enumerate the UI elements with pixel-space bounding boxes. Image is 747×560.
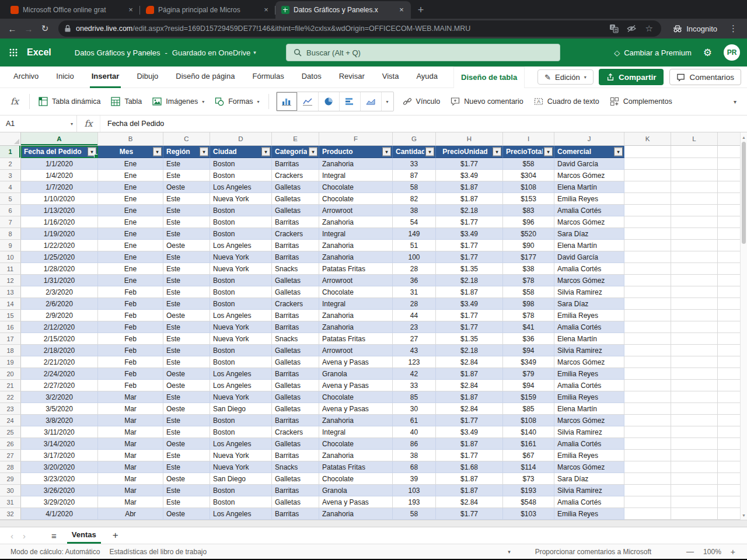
ribbon-tab-6[interactable]: Datos — [300, 66, 323, 88]
scroll-down-icon[interactable]: ▼ — [741, 512, 747, 519]
cell-E27[interactable]: Barritas — [272, 450, 319, 461]
cell-J13[interactable]: Silvia Ramirez — [554, 286, 624, 298]
cell-I10[interactable]: $177 — [503, 251, 554, 263]
cell-K25[interactable] — [624, 426, 671, 438]
cell-A19[interactable]: 2/21/2020 — [21, 356, 98, 368]
cell-H9[interactable]: $1.77 — [436, 240, 503, 251]
table-header-cell-F1[interactable]: Producto▾ — [319, 146, 393, 158]
cell-I2[interactable]: $58 — [503, 158, 554, 170]
cell-J7[interactable]: Marcos Gómez — [554, 216, 624, 228]
cell-F12[interactable]: Arrowroot — [319, 275, 393, 286]
sheet-nav-right-icon[interactable]: › — [18, 531, 30, 541]
cell-J14[interactable]: Sara Díaz — [554, 298, 624, 310]
more-charts-dropdown[interactable]: ▾ — [382, 92, 393, 111]
cell-B28[interactable]: Mar — [98, 461, 163, 473]
cell-I31[interactable]: $548 — [503, 496, 554, 508]
column-chart-button[interactable] — [277, 92, 298, 111]
cell-B29[interactable]: Mar — [98, 473, 163, 485]
cell-D21[interactable]: Los Angeles — [210, 380, 272, 391]
table-header-cell-B1[interactable]: Mes▾ — [98, 146, 163, 158]
cell-G13[interactable]: 31 — [393, 286, 436, 298]
row-header-10[interactable]: 10 — [0, 251, 21, 263]
row-header-28[interactable]: 28 — [0, 461, 21, 473]
cell-A23[interactable]: 3/5/2020 — [21, 403, 98, 415]
cell-K5[interactable] — [624, 193, 671, 205]
cell-E13[interactable]: Galletas — [272, 286, 319, 298]
cell-B16[interactable]: Feb — [98, 321, 163, 333]
forward-icon[interactable]: → — [21, 21, 36, 36]
table-header-cell-I1[interactable]: PrecioTotal▾ — [503, 146, 554, 158]
cell-F3[interactable]: Integral — [319, 170, 393, 181]
vertical-scrollbar[interactable]: ▲ ▼ — [740, 132, 747, 520]
cell-G19[interactable]: 123 — [393, 356, 436, 368]
cell-K15[interactable] — [624, 310, 671, 321]
cell-F10[interactable]: Zanahoria — [319, 251, 393, 263]
cell-J6[interactable]: Amalia Cortés — [554, 205, 624, 216]
cell-D16[interactable]: Nueva York — [210, 321, 272, 333]
row-header-24[interactable]: 24 — [0, 415, 21, 426]
cell-H29[interactable]: $1.87 — [436, 473, 503, 485]
cell-K19[interactable] — [624, 356, 671, 368]
cell-C24[interactable]: Este — [163, 415, 210, 426]
app-launcher-waffle-icon[interactable] — [0, 38, 27, 66]
cell-D12[interactable]: Boston — [210, 275, 272, 286]
statusbar-expand-icon[interactable]: ▾ — [504, 549, 514, 555]
cell-E20[interactable]: Barritas — [272, 368, 319, 380]
cell-D29[interactable]: San Diego — [210, 473, 272, 485]
cell-E28[interactable]: Snacks — [272, 461, 319, 473]
row-header-15[interactable]: 15 — [0, 310, 21, 321]
preview-hidden-eye-icon[interactable] — [625, 22, 638, 35]
table-header-cell-A1[interactable]: Fecha del Pedido▾ — [21, 146, 98, 158]
cell-F17[interactable]: Patatas Fritas — [319, 333, 393, 345]
sheet-list-menu-icon[interactable]: ≡ — [47, 531, 61, 541]
row-header-29[interactable]: 29 — [0, 473, 21, 485]
cell-L26[interactable] — [671, 438, 718, 450]
cell-K27[interactable] — [624, 450, 671, 461]
upgrade-premium-button[interactable]: ◇ Cambiar a Premium — [614, 48, 692, 57]
cell-K12[interactable] — [624, 275, 671, 286]
row-header-20[interactable]: 20 — [0, 368, 21, 380]
cell-H24[interactable]: $1.77 — [436, 415, 503, 426]
document-title[interactable]: Datos Gráficos y Paneles — [75, 48, 160, 57]
zoom-level[interactable]: 100% — [700, 548, 725, 556]
cell-L8[interactable] — [671, 228, 718, 240]
cell-F22[interactable]: Chocolate — [319, 391, 393, 403]
cell-L23[interactable] — [671, 403, 718, 415]
cell-K20[interactable] — [624, 368, 671, 380]
cell-H12[interactable]: $2.18 — [436, 275, 503, 286]
cell-I27[interactable]: $67 — [503, 450, 554, 461]
row-header-7[interactable]: 7 — [0, 216, 21, 228]
cell-F13[interactable]: Chocolate — [319, 286, 393, 298]
cell-F30[interactable]: Granola — [319, 485, 393, 496]
row-header-19[interactable]: 19 — [0, 356, 21, 368]
cell-H20[interactable]: $1.87 — [436, 368, 503, 380]
row-header-3[interactable]: 3 — [0, 170, 21, 181]
cell-H21[interactable]: $2.84 — [436, 380, 503, 391]
cell-L7[interactable] — [671, 216, 718, 228]
cell-I21[interactable]: $94 — [503, 380, 554, 391]
cell-J31[interactable]: Amalia Cortés — [554, 496, 624, 508]
cell-G21[interactable]: 33 — [393, 380, 436, 391]
cell-A16[interactable]: 2/12/2020 — [21, 321, 98, 333]
cell-B19[interactable]: Feb — [98, 356, 163, 368]
cell-K28[interactable] — [624, 461, 671, 473]
row-header-8[interactable]: 8 — [0, 228, 21, 240]
cell-L29[interactable] — [671, 473, 718, 485]
cell-B11[interactable]: Ene — [98, 263, 163, 275]
row-header-12[interactable]: 12 — [0, 275, 21, 286]
pie-chart-button[interactable] — [319, 92, 340, 111]
cell-G11[interactable]: 28 — [393, 263, 436, 275]
cell-H28[interactable]: $1.68 — [436, 461, 503, 473]
filter-dropdown-icon[interactable]: ▾ — [261, 148, 270, 156]
cell-H23[interactable]: $2.84 — [436, 403, 503, 415]
pivot-table-button[interactable]: Tabla dinámica — [37, 92, 102, 111]
cell-K8[interactable] — [624, 228, 671, 240]
column-header-K[interactable]: K — [624, 132, 671, 146]
cell-D27[interactable]: Nueva York — [210, 450, 272, 461]
cell-A4[interactable]: 1/7/2020 — [21, 181, 98, 193]
zoom-out-icon[interactable]: — — [680, 547, 700, 556]
cell-A32[interactable]: 4/1/2020 — [21, 508, 98, 520]
cell-D31[interactable]: Boston — [210, 496, 272, 508]
cell-E25[interactable]: Crackers — [272, 426, 319, 438]
cell-F23[interactable]: Avena y Pasas — [319, 403, 393, 415]
